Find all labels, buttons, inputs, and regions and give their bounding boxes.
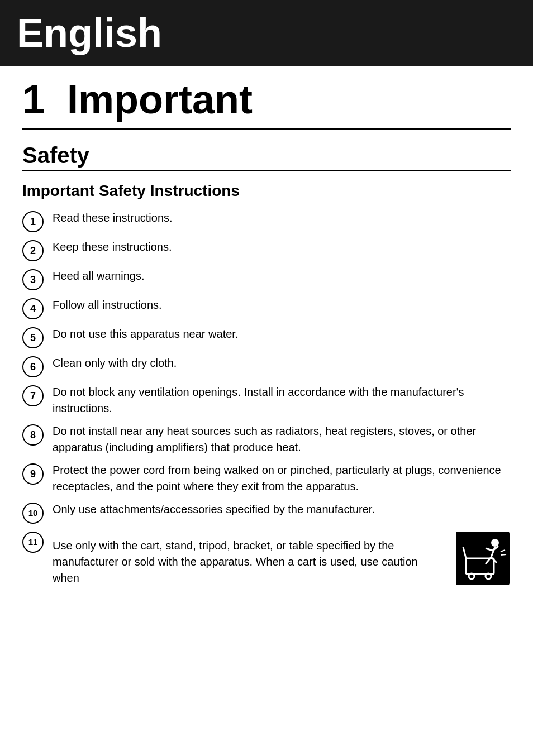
item-text-4: Follow all instructions. [53,297,511,313]
item-number-10: 10 [22,503,44,524]
item-number-1: 1 [22,211,44,232]
item-text-7: Do not block any ventilation openings. I… [53,384,511,417]
cart-warning-icon [455,530,511,586]
item-text-9: Protect the power cord from being walked… [53,462,511,495]
header-banner: English [0,0,533,66]
chapter-heading: 1 Important [22,66,511,128]
language-title: English [17,11,516,55]
instructions-title: Important Safety Instructions [22,182,511,200]
item-number-2: 2 [22,240,44,261]
item-text-10: Only use attachments/accessories specifi… [53,501,511,518]
item-number-9: 9 [22,463,44,485]
list-item: 6 Clean only with dry cloth. [22,355,511,377]
section-divider [22,170,511,171]
item-text-6: Clean only with dry cloth. [53,355,511,371]
item-number-3: 3 [22,269,44,290]
svg-point-5 [491,539,499,547]
svg-line-12 [501,554,506,555]
list-item: 9 Protect the power cord from being walk… [22,462,511,495]
section-title: Safety [22,134,511,170]
item-number-7: 7 [22,385,44,406]
item-text-1: Read these instructions. [53,210,511,226]
item-text-8: Do not install near any heat sources suc… [53,423,511,456]
chapter-number: 1 [22,76,45,122]
list-item: 4 Follow all instructions. [22,297,511,319]
item-text-5: Do not use this apparatus near water. [53,326,511,342]
item-text-11: Use only with the cart, stand, tripod, b… [53,538,444,586]
item-text-2: Keep these instructions. [53,239,511,255]
list-item: 5 Do not use this apparatus near water. [22,326,511,348]
safety-instructions-list: 1 Read these instructions. 2 Keep these … [22,210,511,586]
chapter-title: Important [67,76,253,122]
item-number-5: 5 [22,327,44,348]
item-number-6: 6 [22,356,44,377]
list-item: 11 Use only with the cart, stand, tripod… [22,530,511,586]
section-heading: Safety [22,134,511,170]
list-item: 7 Do not block any ventilation openings.… [22,384,511,417]
item-number-8: 8 [22,424,44,446]
list-item: 2 Keep these instructions. [22,239,511,261]
item-number-4: 4 [22,298,44,319]
list-item: 10 Only use attachments/accessories spec… [22,501,511,524]
list-item: 3 Heed all warnings. [22,268,511,290]
item-text-3: Heed all warnings. [53,268,511,284]
item-number-11: 11 [22,532,44,553]
chapter-divider [22,128,511,130]
list-item: 1 Read these instructions. [22,210,511,232]
list-item: 8 Do not install near any heat sources s… [22,423,511,456]
